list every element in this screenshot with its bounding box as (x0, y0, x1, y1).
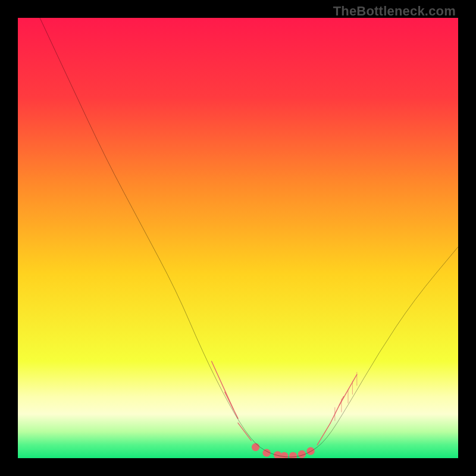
watermark-text: TheBottleneck.com (333, 4, 456, 19)
marker-segment (238, 423, 251, 441)
bottleneck-curve (40, 18, 458, 457)
marker-dot (262, 449, 270, 456)
chart-frame: TheBottleneck.com (0, 0, 476, 476)
marker-dot (289, 452, 297, 458)
marker-dot (306, 447, 314, 455)
marker-segment (317, 423, 330, 445)
marker-segment (225, 392, 238, 418)
marker-group (212, 361, 357, 458)
curve-layer (18, 18, 458, 458)
marker-dot (298, 450, 306, 458)
marker-dot (252, 443, 259, 451)
plot-area (18, 18, 458, 458)
marker-dot (280, 452, 288, 458)
